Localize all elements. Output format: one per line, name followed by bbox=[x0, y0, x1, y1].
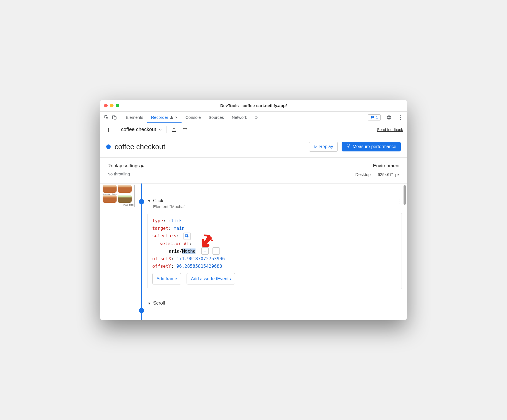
message-icon bbox=[370, 115, 375, 119]
gauge-icon bbox=[346, 144, 351, 149]
env-dimensions: 625×671 px bbox=[378, 172, 400, 177]
settings-icon[interactable] bbox=[385, 114, 392, 121]
step-click: ▼ Click Element "Mocha" ⋮ type: click ta… bbox=[148, 198, 402, 289]
titlebar: DevTools - coffee-cart.netlify.app/ bbox=[100, 100, 407, 112]
step-menu-icon[interactable]: ⋮ bbox=[396, 198, 402, 205]
issues-badge[interactable]: 1 bbox=[368, 114, 381, 120]
replay-settings-toggle[interactable]: Replay settings ▶ bbox=[107, 163, 355, 169]
svg-rect-2 bbox=[114, 117, 116, 119]
tab-console[interactable]: Console bbox=[182, 112, 205, 123]
delete-icon[interactable] bbox=[182, 126, 189, 133]
measure-performance-button[interactable]: Measure performance bbox=[342, 142, 401, 151]
environment-label: Environment bbox=[355, 163, 400, 169]
window-title: DevTools - coffee-cart.netlify.app/ bbox=[100, 103, 407, 108]
timeline-dot-scroll[interactable] bbox=[139, 308, 144, 313]
tab-elements[interactable]: Elements bbox=[122, 112, 147, 123]
add-asserted-events-button[interactable]: Add assertedEvents bbox=[187, 273, 235, 284]
timeline bbox=[136, 184, 146, 320]
collapse-icon[interactable]: ▼ bbox=[148, 300, 151, 305]
devtools-window: DevTools - coffee-cart.netlify.app/ Elem… bbox=[100, 100, 407, 320]
close-tab-icon[interactable]: × bbox=[175, 115, 178, 120]
recording-title: coffee checkout bbox=[115, 143, 305, 151]
add-selector-button[interactable]: + bbox=[201, 247, 209, 255]
send-feedback-link[interactable]: Send feedback bbox=[377, 127, 403, 132]
add-frame-button[interactable]: Add frame bbox=[152, 273, 181, 284]
scrollbar-thumb[interactable] bbox=[404, 185, 406, 205]
step-detail-card: type: click target: main selectors: sele… bbox=[148, 213, 402, 289]
svg-rect-3 bbox=[372, 117, 373, 117]
play-icon bbox=[314, 145, 317, 149]
timeline-dot-click[interactable] bbox=[139, 199, 144, 204]
selector-input[interactable]: aria/Mocha bbox=[168, 248, 196, 254]
step-scroll: ▼ Scroll ⋮ bbox=[148, 300, 402, 307]
export-icon[interactable] bbox=[170, 126, 178, 133]
inspect-icon[interactable] bbox=[103, 114, 110, 121]
device-toggle-icon[interactable] bbox=[111, 114, 118, 121]
settings-row: Replay settings ▶ No throttling Environm… bbox=[100, 158, 407, 184]
kebab-menu-icon[interactable]: ⋮ bbox=[397, 114, 404, 121]
tabbar: Elements Recorder × Console Sources Netw… bbox=[100, 112, 407, 123]
tabs: Elements Recorder × Console Sources Netw… bbox=[122, 112, 262, 123]
step-menu-icon[interactable]: ⋮ bbox=[396, 300, 402, 307]
chevron-right-icon: ▶ bbox=[141, 164, 144, 168]
collapse-icon[interactable]: ▼ bbox=[148, 198, 151, 203]
recorder-toolbar: ＋ coffee checkout Send feedback bbox=[100, 123, 407, 136]
element-picker-button[interactable] bbox=[184, 233, 191, 240]
tab-network[interactable]: Network bbox=[228, 112, 251, 123]
replay-button[interactable]: Replay bbox=[309, 142, 338, 152]
tab-recorder[interactable]: Recorder × bbox=[147, 112, 182, 123]
chevron-down-icon bbox=[158, 128, 162, 132]
tabs-overflow-icon[interactable]: » bbox=[251, 112, 262, 123]
svg-point-5 bbox=[348, 147, 349, 147]
add-recording-button[interactable]: ＋ bbox=[104, 125, 113, 134]
flask-icon bbox=[170, 115, 173, 119]
thumbnail-column: CappuccinoMocha Total: $0.00 bbox=[100, 184, 136, 320]
recording-select[interactable]: coffee checkout bbox=[121, 127, 162, 132]
recording-status-dot bbox=[106, 144, 111, 149]
steps-viewport: CappuccinoMocha Total: $0.00 ▼ Click Ele… bbox=[100, 184, 407, 320]
svg-rect-4 bbox=[372, 117, 373, 117]
step-thumbnail[interactable]: CappuccinoMocha Total: $0.00 bbox=[102, 185, 135, 207]
annotation-arrow-icon bbox=[201, 234, 215, 247]
recording-header: coffee checkout Replay Measure performan… bbox=[100, 136, 407, 158]
remove-selector-button[interactable]: − bbox=[213, 247, 220, 255]
throttling-value: No throttling bbox=[107, 172, 355, 176]
env-device: Desktop bbox=[355, 172, 371, 177]
tab-sources[interactable]: Sources bbox=[205, 112, 228, 123]
